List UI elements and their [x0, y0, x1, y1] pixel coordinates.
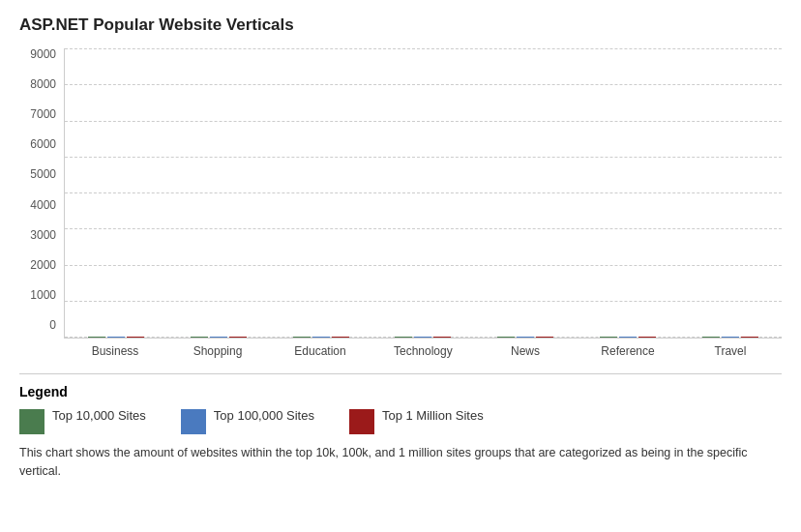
legend-swatch — [181, 409, 206, 434]
bars-row — [65, 48, 782, 338]
chart-note: This chart shows the amount of websites … — [19, 444, 782, 481]
legend-swatch — [349, 409, 374, 434]
bar-blue — [414, 337, 431, 338]
bar-blue — [517, 337, 534, 338]
bar-blue — [312, 337, 330, 338]
bar-group — [395, 337, 451, 338]
x-axis-label: Travel — [701, 344, 759, 358]
bar-red — [638, 337, 656, 338]
legend-label: Top 100,000 Sites — [214, 407, 314, 425]
bar-group — [191, 337, 247, 338]
bar-group — [600, 337, 656, 338]
y-axis-label: 3000 — [30, 229, 56, 241]
x-axis-label: Technology — [394, 344, 452, 358]
bar-blue — [210, 337, 227, 338]
bar-red — [536, 337, 553, 338]
chart-body: BusinessShoppingEducationTechnologyNewsR… — [64, 48, 782, 358]
y-axis: 9000800070006000500040003000200010000 — [19, 48, 64, 358]
y-axis-label: 0 — [49, 319, 56, 331]
x-axis-label: Education — [291, 344, 349, 358]
y-axis-label: 6000 — [30, 138, 56, 150]
bar-red — [332, 337, 349, 338]
bar-red — [127, 337, 144, 338]
x-axis-label: News — [496, 344, 554, 358]
bar-red — [229, 337, 247, 338]
x-labels: BusinessShoppingEducationTechnologyNewsR… — [64, 339, 782, 358]
legend-swatch — [19, 409, 44, 434]
bar-green — [191, 337, 208, 338]
x-axis-label: Reference — [599, 344, 657, 358]
bar-green — [600, 337, 617, 338]
y-axis-label: 5000 — [30, 168, 56, 180]
y-axis-label: 1000 — [30, 289, 56, 301]
legend-label: Top 10,000 Sites — [52, 407, 146, 425]
bar-group — [293, 337, 349, 338]
bar-green — [702, 337, 720, 338]
bar-green — [293, 337, 311, 338]
bar-group — [702, 337, 758, 338]
bar-green — [497, 337, 515, 338]
bar-blue — [619, 337, 637, 338]
bar-blue — [107, 337, 125, 338]
y-axis-label: 4000 — [30, 199, 56, 211]
chart-container: ASP.NET Popular Website Verticals 900080… — [19, 15, 782, 481]
legend-section: Legend Top 10,000 SitesTop 100,000 Sites… — [19, 373, 782, 481]
chart-title: ASP.NET Popular Website Verticals — [19, 15, 782, 35]
y-axis-label: 8000 — [30, 78, 56, 90]
y-axis-label: 7000 — [30, 108, 56, 120]
bar-group — [497, 337, 553, 338]
legend-title: Legend — [19, 384, 782, 399]
legend-items: Top 10,000 SitesTop 100,000 SitesTop 1 M… — [19, 407, 782, 434]
bar-red — [741, 337, 758, 338]
bar-green — [88, 337, 105, 338]
legend-item: Top 10,000 Sites — [19, 407, 146, 434]
bar-group — [88, 337, 144, 338]
bar-green — [395, 337, 412, 338]
legend-item: Top 1 Million Sites — [349, 407, 484, 434]
x-axis-label: Shopping — [189, 344, 247, 358]
legend-label: Top 1 Million Sites — [382, 407, 484, 425]
chart-area: 9000800070006000500040003000200010000 Bu… — [19, 48, 782, 358]
bars-container — [64, 48, 782, 339]
bar-red — [433, 337, 451, 338]
y-axis-label: 9000 — [30, 48, 56, 60]
legend-item: Top 100,000 Sites — [181, 407, 314, 434]
y-axis-label: 2000 — [30, 259, 56, 271]
x-axis-label: Business — [86, 344, 144, 358]
bar-blue — [722, 337, 739, 338]
